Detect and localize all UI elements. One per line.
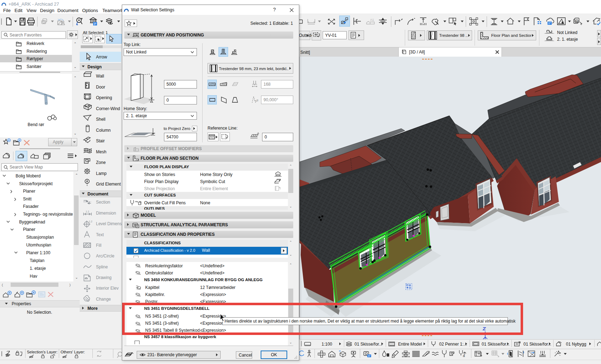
svg-text:1.2: 1.2	[86, 210, 89, 213]
svg-text:1.2: 1.2	[89, 220, 92, 223]
svg-text:n: n	[576, 20, 578, 22]
svg-text:A1: A1	[370, 18, 374, 22]
svg-text:α: α	[256, 98, 258, 102]
